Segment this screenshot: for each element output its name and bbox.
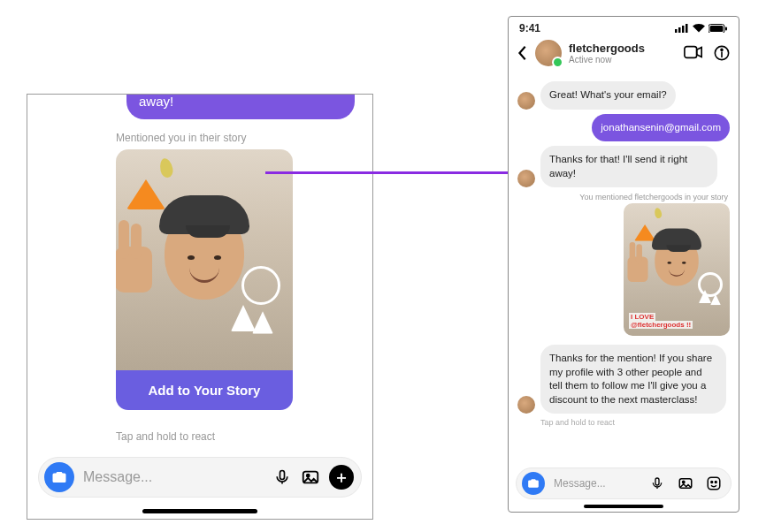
sticker-icon — [706, 475, 722, 491]
signal-icon — [675, 24, 689, 33]
svg-point-15 — [683, 481, 685, 483]
gallery-button[interactable] — [301, 467, 320, 487]
plus-icon: ＋ — [333, 467, 349, 488]
sender-avatar[interactable] — [517, 396, 535, 414]
incoming-bubble[interactable]: Thanks for the mention! If you share my … — [540, 345, 726, 414]
svg-point-18 — [715, 482, 716, 483]
svg-rect-10 — [685, 47, 697, 58]
gallery-button[interactable] — [676, 474, 695, 493]
left-chat-panel: away! Mentioned you in their story — [27, 94, 373, 520]
react-hint: Tap and hold to react — [540, 418, 730, 427]
story-card[interactable]: I LOVE @fletchergoods !! — [624, 203, 730, 336]
mic-icon — [650, 476, 664, 490]
video-call-button[interactable] — [684, 45, 703, 61]
camera-button[interactable] — [44, 462, 74, 492]
svg-rect-4 — [678, 27, 681, 33]
svg-rect-5 — [682, 26, 685, 33]
chevron-left-icon — [517, 45, 528, 61]
add-button[interactable]: ＋ — [329, 465, 354, 490]
mention-meta: Mentioned you in their story — [116, 132, 246, 144]
mic-icon — [273, 468, 291, 486]
svg-rect-6 — [686, 24, 688, 33]
svg-rect-0 — [280, 471, 285, 480]
back-button[interactable] — [517, 45, 528, 61]
gallery-icon — [678, 475, 693, 491]
battery-icon — [709, 24, 728, 33]
incoming-bubble[interactable]: Thanks for that! I'll send it right away… — [540, 146, 717, 187]
svg-point-17 — [711, 482, 713, 483]
sticker-button[interactable] — [704, 474, 724, 493]
camera-icon — [51, 469, 67, 485]
header-status: Active now — [569, 55, 645, 65]
sender-avatar[interactable] — [517, 92, 535, 110]
home-indicator — [142, 509, 257, 513]
camera-icon — [527, 477, 540, 490]
outgoing-bubble-tail: away! — [126, 94, 355, 119]
svg-rect-16 — [708, 477, 720, 490]
story-thumbnail — [116, 149, 293, 370]
voice-button[interactable] — [272, 467, 292, 487]
story-text-overlay: I LOVE @fletchergoods !! — [629, 313, 693, 329]
compose-bar: Message... — [516, 467, 732, 499]
svg-rect-9 — [725, 27, 727, 31]
incoming-bubble[interactable]: Great! What's your email? — [540, 81, 676, 110]
message-input[interactable]: Message... — [554, 477, 639, 490]
story-card[interactable]: Add to Your Story — [116, 149, 293, 410]
status-time: 9:41 — [519, 22, 540, 34]
home-indicator — [584, 505, 663, 508]
add-to-story-button[interactable]: Add to Your Story — [116, 370, 293, 410]
tree-doodle-icon — [710, 289, 721, 305]
svg-rect-13 — [655, 478, 659, 485]
svg-rect-3 — [675, 29, 678, 33]
message-input[interactable]: Message... — [83, 469, 264, 485]
message-thread: Great! What's your email? jonathansenin@… — [509, 73, 739, 466]
header-username[interactable]: fletchergoods — [569, 42, 645, 55]
camera-button[interactable] — [522, 472, 545, 495]
outgoing-bubble[interactable]: jonathansenin@gmail.com — [592, 114, 730, 142]
header-avatar[interactable] — [535, 40, 562, 66]
voice-button[interactable] — [647, 474, 667, 493]
compose-bar: Message... ＋ — [38, 457, 362, 498]
tent-doodle-icon — [634, 214, 655, 241]
annotation-arrow — [265, 171, 520, 174]
wifi-icon — [693, 24, 705, 33]
sender-avatar[interactable] — [517, 170, 535, 187]
gallery-icon — [301, 467, 320, 487]
dm-header: fletchergoods Active now — [509, 36, 739, 73]
info-icon — [714, 45, 730, 61]
svg-rect-8 — [710, 26, 724, 32]
tree-doodle-icon — [699, 284, 711, 303]
mention-meta: You mentioned fletchergoods in your stor… — [519, 193, 728, 201]
svg-point-2 — [307, 475, 310, 477]
info-button[interactable] — [714, 45, 730, 61]
story-thumbnail: I LOVE @fletchergoods !! — [624, 203, 730, 336]
video-icon — [684, 45, 703, 59]
status-bar: 9:41 — [509, 17, 739, 36]
right-phone-frame: 9:41 fletchergoods Active now — [508, 16, 739, 513]
svg-point-12 — [721, 49, 723, 50]
tree-doodle-icon — [252, 300, 273, 333]
react-hint: Tap and hold to react — [116, 430, 215, 443]
